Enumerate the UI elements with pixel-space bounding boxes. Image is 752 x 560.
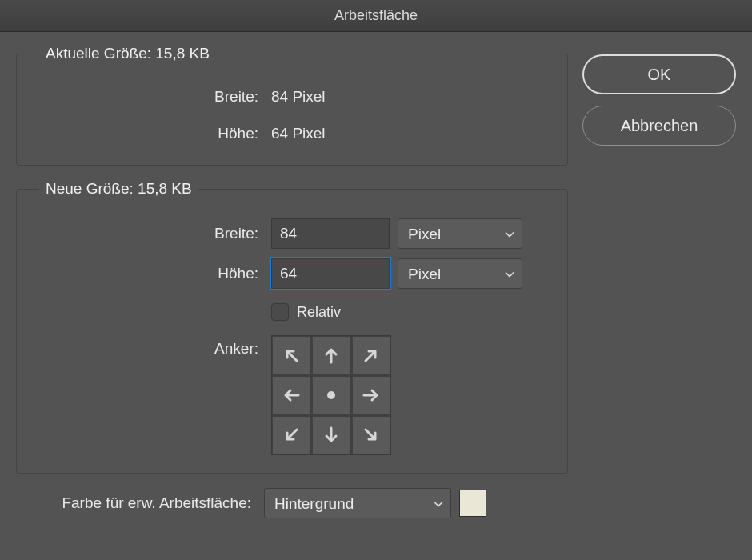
anchor-label: Anker: [31,335,271,358]
height-unit-select[interactable]: Pixel [398,258,522,289]
ok-button[interactable]: OK [582,54,736,94]
relative-label: Relativ [297,304,341,321]
anchor-nw[interactable] [272,336,310,374]
height-input[interactable] [271,258,390,289]
anchor-grid [271,335,391,455]
cancel-button[interactable]: Abbrechen [582,106,736,146]
new-width-label: Breite: [31,225,271,242]
anchor-center[interactable] [312,376,350,414]
anchor-ne[interactable] [352,336,390,374]
anchor-s[interactable] [312,416,350,454]
current-size-group: Aktuelle Größe: 15,8 KB Breite: 84 Pixel… [16,45,568,166]
current-height-value: 64 Pixel [271,125,326,142]
anchor-e[interactable] [352,376,390,414]
width-input[interactable] [271,218,390,249]
anchor-sw[interactable] [272,416,310,454]
current-width-value: 84 Pixel [271,88,326,106]
svg-point-0 [327,391,335,399]
dialog-titlebar: Arbeitsfläche [0,0,752,32]
new-size-legend: Neue Größe: 15,8 KB [39,180,198,198]
new-height-label: Höhe: [31,265,271,282]
relative-checkbox[interactable] [271,303,289,321]
anchor-w[interactable] [272,376,310,414]
extension-color-label: Farbe für erw. Arbeitsfläche: [16,494,264,512]
current-size-legend: Aktuelle Größe: 15,8 KB [39,45,216,62]
new-size-group: Neue Größe: 15,8 KB Breite: Pixel Höhe: [16,180,568,474]
anchor-se[interactable] [352,416,390,454]
extension-color-swatch[interactable] [459,490,486,517]
extension-color-select[interactable]: Hintergrund [264,488,451,518]
current-height-label: Höhe: [31,125,271,142]
dialog-title: Arbeitsfläche [334,7,418,24]
current-width-label: Breite: [31,88,271,106]
anchor-n[interactable] [312,336,350,374]
width-unit-select[interactable]: Pixel [398,218,522,249]
